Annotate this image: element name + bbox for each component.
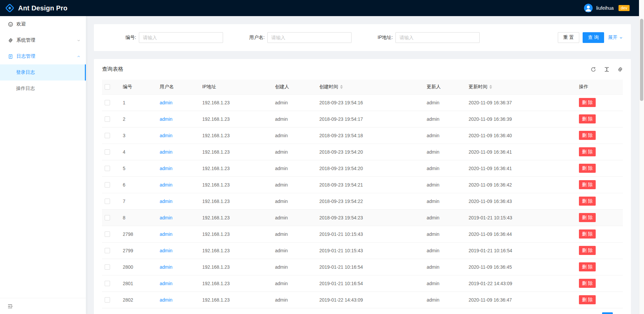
cell-username: admin (157, 275, 200, 292)
row-checkbox[interactable] (105, 231, 110, 237)
cell-action: 删 除 (576, 111, 623, 127)
sidebar-subitem-label: 操作日志 (16, 86, 35, 92)
row-checkbox[interactable] (105, 100, 110, 105)
delete-button[interactable]: 删 除 (579, 279, 596, 288)
username-link[interactable]: admin (160, 215, 172, 220)
table-row: 2802 admin 192.168.1.23 admin 2019-01-22… (102, 292, 623, 308)
table-row: 5 admin 192.168.1.23 admin 2018-09-23 19… (102, 160, 623, 176)
cell-ip: 192.168.1.23 (200, 259, 272, 275)
delete-button[interactable]: 删 除 (579, 262, 596, 271)
sidebar-item-system-management[interactable]: 系统管理 (0, 32, 86, 48)
scrollbar-thumb[interactable] (640, 19, 643, 101)
pagination-active-page[interactable] (602, 312, 613, 314)
sidebar-collapse-trigger[interactable] (0, 298, 86, 314)
username-link[interactable]: admin (160, 248, 172, 253)
settings-gear-icon[interactable] (618, 67, 623, 72)
cell-action: 删 除 (576, 127, 623, 144)
cell-id: 5 (120, 160, 157, 176)
cell-action: 删 除 (576, 160, 623, 176)
row-checkbox[interactable] (105, 133, 110, 138)
cell-id: 1 (120, 94, 157, 111)
cell-ip: 192.168.1.23 (200, 292, 272, 308)
cell-select (102, 292, 120, 308)
username-link[interactable]: admin (160, 133, 172, 138)
delete-button[interactable]: 删 除 (579, 114, 596, 123)
density-icon[interactable] (604, 67, 609, 72)
expand-toggle[interactable]: 展开 (608, 35, 623, 41)
delete-button[interactable]: 删 除 (579, 295, 596, 304)
username-link[interactable]: admin (160, 264, 172, 270)
reload-icon[interactable] (591, 67, 596, 72)
page-scrollbar[interactable] (639, 0, 644, 314)
username-link[interactable]: admin (160, 281, 172, 286)
delete-button[interactable]: 删 除 (579, 180, 596, 189)
table-card: 查询表格 (94, 59, 631, 314)
cell-updated-time: 2020-11-09 16:36:43 (466, 193, 576, 209)
table-header-row: 编号 用户名 IP地址 创建人 创建时间 更新人 更新时间 (102, 80, 623, 94)
row-checkbox[interactable] (105, 166, 110, 171)
cell-action: 删 除 (576, 176, 623, 193)
delete-button[interactable]: 删 除 (579, 213, 596, 222)
cell-action: 删 除 (576, 259, 623, 275)
cell-creator: admin (272, 160, 317, 176)
row-checkbox[interactable] (105, 297, 110, 303)
cell-created-time: 2018-09-23 19:54:17 (317, 111, 424, 127)
cell-updater: admin (424, 127, 466, 144)
username-link[interactable]: admin (160, 149, 172, 155)
cell-select (102, 111, 120, 127)
user-menu[interactable]: liufeihua dev (584, 4, 630, 12)
delete-button[interactable]: 删 除 (579, 246, 596, 255)
cell-updated-time: 2020-11-09 16:36:41 (466, 144, 576, 160)
user-avatar[interactable] (584, 4, 593, 12)
username-link[interactable]: admin (160, 231, 172, 237)
row-checkbox[interactable] (105, 248, 110, 253)
delete-button[interactable]: 删 除 (579, 147, 596, 156)
row-checkbox[interactable] (105, 264, 110, 270)
sidebar-item-log-management[interactable]: 日志管理 (0, 48, 86, 64)
row-checkbox[interactable] (105, 215, 110, 220)
username-input[interactable] (267, 32, 352, 43)
cell-select (102, 127, 120, 144)
sidebar-item-login-log[interactable]: 登录日志 (0, 64, 86, 81)
sortable-created-time[interactable]: 创建时间 (319, 84, 343, 90)
delete-button[interactable]: 删 除 (579, 197, 596, 206)
cell-action: 删 除 (576, 242, 623, 259)
sortable-updated-time[interactable]: 更新时间 (469, 84, 492, 90)
delete-button[interactable]: 删 除 (579, 229, 596, 239)
id-input[interactable] (139, 32, 223, 43)
delete-button[interactable]: 删 除 (579, 164, 596, 173)
sidebar-item-welcome[interactable]: 欢迎 (0, 16, 86, 32)
row-checkbox[interactable] (105, 182, 110, 188)
row-checkbox[interactable] (105, 149, 110, 155)
sidebar-item-operation-log[interactable]: 操作日志 (0, 81, 86, 97)
row-checkbox[interactable] (105, 199, 110, 204)
search-filter-card: 编号: 用户名: IP地址: 重 置 查 询 展开 (94, 24, 631, 51)
query-button[interactable]: 查 询 (583, 32, 604, 43)
delete-button[interactable]: 删 除 (579, 98, 596, 107)
username-link[interactable]: admin (160, 166, 172, 171)
row-checkbox[interactable] (105, 116, 110, 122)
username-link[interactable]: admin (160, 100, 172, 105)
reset-button[interactable]: 重 置 (558, 32, 579, 43)
cell-updater: admin (424, 193, 466, 209)
cell-id: 2800 (120, 259, 157, 275)
username-link[interactable]: admin (160, 297, 172, 303)
username-link[interactable]: admin (160, 182, 172, 188)
col-header-label: 更新时间 (469, 84, 487, 90)
filter-field-ip: IP地址: (378, 32, 480, 43)
ip-input[interactable] (395, 32, 480, 43)
brand-logo-area[interactable]: Ant Design Pro (5, 3, 67, 13)
chevron-down-icon (77, 39, 80, 42)
username-link[interactable]: admin (160, 199, 172, 204)
row-checkbox[interactable] (105, 281, 110, 286)
table-row: 6 admin 192.168.1.23 admin 2018-09-23 19… (102, 176, 623, 193)
cell-id: 2798 (120, 226, 157, 242)
select-all-checkbox[interactable] (105, 84, 110, 90)
cell-creator: admin (272, 275, 317, 292)
delete-button[interactable]: 删 除 (579, 131, 596, 140)
cell-id: 8 (120, 209, 157, 226)
cell-select (102, 94, 120, 111)
username-link[interactable]: admin (160, 116, 172, 122)
sidebar-item-label: 系统管理 (16, 37, 35, 43)
cell-select (102, 209, 120, 226)
